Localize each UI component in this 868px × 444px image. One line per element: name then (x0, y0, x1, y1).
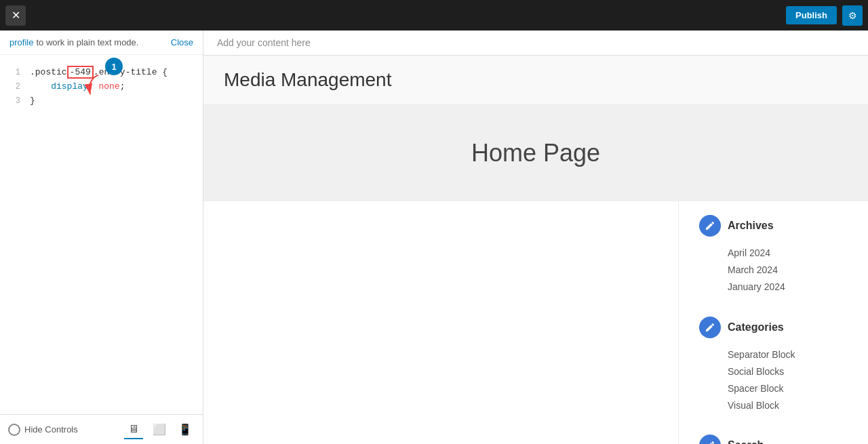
archives-widget-title: Archives (728, 220, 774, 232)
preview-sidebar: Archives April 2024 March 2024 January 2… (678, 201, 868, 444)
pencil-icon (705, 440, 715, 444)
left-bottom-bar: Hide Controls 🖥 ⬜ 📱 (0, 414, 203, 444)
toggle-circle-icon (8, 424, 20, 436)
archives-list: April 2024 March 2024 January 2024 (699, 245, 848, 296)
tooltip-area: 1 (0, 55, 203, 60)
tooltip-balloon: 1 (105, 58, 123, 75)
categories-widget-title: Categories (728, 321, 784, 334)
categories-widget: Categories Separator Block Social Blocks… (699, 317, 848, 415)
close-link[interactable]: Close (171, 37, 193, 47)
profile-hint-text: to work in plain text mode. (36, 37, 138, 47)
list-item[interactable]: Visual Block (728, 397, 848, 414)
page-title: Home Page (224, 139, 848, 167)
hide-controls-text: Hide Controls (24, 424, 78, 435)
publish-button[interactable]: Publish (786, 6, 837, 24)
preview-body: Archives April 2024 March 2024 January 2… (203, 201, 868, 444)
view-icons-group: 🖥 ⬜ 📱 (124, 420, 195, 439)
top-toolbar: ✕ Publish ⚙ (0, 0, 868, 31)
archives-widget: Archives April 2024 March 2024 January 2… (699, 215, 848, 296)
pencil-icon (705, 220, 715, 231)
preview-hero: Home Page (203, 105, 868, 201)
preview-top-bar: Add your content here (203, 31, 868, 56)
code-editor[interactable]: 1 .postic-549.entry-title { 2 display: n… (0, 60, 203, 414)
search-edit-icon[interactable] (699, 435, 721, 444)
tablet-icon: ⬜ (153, 423, 166, 436)
preview-content: Media Management Home Page Archives (203, 56, 868, 444)
profile-link[interactable]: profile (9, 37, 33, 47)
categories-list: Separator Block Social Blocks Spacer Blo… (699, 346, 848, 415)
list-item[interactable]: Spacer Block (728, 380, 848, 397)
desktop-icon: 🖥 (128, 423, 139, 435)
left-panel: profile to work in plain text mode. Clos… (0, 31, 203, 444)
mobile-icon: 📱 (178, 423, 192, 436)
preview-main-content (203, 201, 678, 444)
pencil-icon (705, 322, 715, 333)
gear-icon: ⚙ (848, 10, 857, 21)
list-item[interactable]: March 2024 (728, 262, 848, 279)
search-widget: Search SEARCH (699, 435, 848, 444)
preview-site-header: Media Management (203, 56, 868, 105)
site-title: Media Management (224, 69, 848, 91)
archives-edit-icon[interactable] (699, 215, 721, 237)
line-number-3: 3 (7, 95, 20, 108)
search-widget-title: Search (728, 439, 764, 444)
categories-edit-icon[interactable] (699, 317, 721, 338)
list-item[interactable]: April 2024 (728, 245, 848, 262)
settings-button[interactable]: ⚙ (842, 5, 863, 26)
hide-controls-toggle[interactable]: Hide Controls (8, 424, 78, 436)
search-title-row: Search (699, 435, 848, 444)
right-preview: Add your content here Media Management H… (203, 31, 868, 444)
main-layout: profile to work in plain text mode. Clos… (0, 31, 868, 444)
left-top-bar: profile to work in plain text mode. Clos… (0, 31, 203, 55)
categories-title-row: Categories (699, 317, 848, 338)
list-item[interactable]: Social Blocks (728, 363, 848, 380)
archives-title-row: Archives (699, 215, 848, 237)
line-number-2: 2 (7, 81, 20, 94)
mobile-view-button[interactable]: 📱 (176, 420, 195, 439)
close-x-icon: ✕ (12, 9, 20, 22)
code-content-3: } (30, 94, 35, 108)
arrow-indicator (81, 74, 115, 101)
list-item[interactable]: Separator Block (728, 346, 848, 363)
tablet-view-button[interactable]: ⬜ (150, 420, 169, 439)
desktop-view-button[interactable]: 🖥 (124, 420, 143, 439)
list-item[interactable]: January 2024 (728, 279, 848, 296)
close-editor-button[interactable]: ✕ (5, 5, 26, 26)
add-content-hint: Add your content here (217, 37, 311, 48)
line-number-1: 1 (7, 66, 20, 79)
